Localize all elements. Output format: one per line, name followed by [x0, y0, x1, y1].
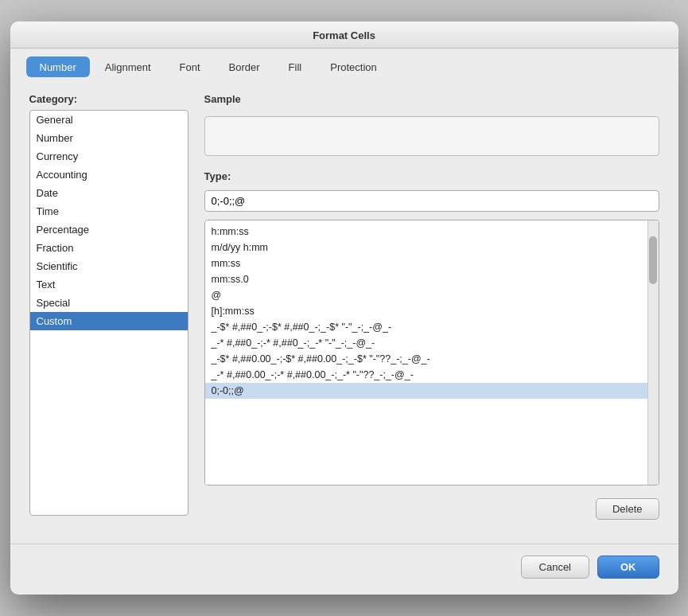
category-item-currency[interactable]: Currency	[30, 147, 188, 166]
type-input[interactable]	[204, 190, 659, 212]
tab-protection[interactable]: Protection	[317, 57, 391, 77]
dialog-content: Category: GeneralNumberCurrencyAccountin…	[10, 77, 678, 536]
format-item-f5[interactable]: @	[205, 287, 647, 303]
category-list[interactable]: GeneralNumberCurrencyAccountingDateTimeP…	[29, 110, 189, 516]
cancel-button[interactable]: Cancel	[521, 556, 589, 579]
format-item-f9[interactable]: _-$* #,##0.00_-;-$* #,##0.00_-;_-$* "-"?…	[205, 351, 647, 367]
category-label: Category:	[29, 93, 189, 105]
scrollbar[interactable]	[647, 220, 659, 485]
category-panel: Category: GeneralNumberCurrencyAccountin…	[29, 93, 189, 520]
ok-button[interactable]: OK	[597, 556, 659, 579]
format-item-f1[interactable]: h:mm:ss	[205, 224, 647, 240]
category-item-special[interactable]: Special	[30, 294, 188, 312]
sample-box	[204, 116, 659, 156]
category-item-date[interactable]: Date	[30, 184, 188, 202]
category-item-custom[interactable]: Custom	[30, 312, 188, 330]
format-item-f2[interactable]: m/d/yy h:mm	[205, 240, 647, 255]
delete-button[interactable]: Delete	[596, 498, 659, 520]
dialog-title: Format Cells	[10, 21, 678, 49]
format-item-f11[interactable]: 0;-0;;@	[205, 383, 647, 399]
format-cells-dialog: Format Cells NumberAlignmentFontBorderFi…	[10, 21, 678, 595]
category-item-text[interactable]: Text	[30, 275, 188, 294]
category-item-scientific[interactable]: Scientific	[30, 257, 188, 275]
category-item-number[interactable]: Number	[30, 129, 188, 147]
category-item-accounting[interactable]: Accounting	[30, 166, 188, 184]
tab-bar: NumberAlignmentFontBorderFillProtection	[10, 49, 678, 77]
tab-border[interactable]: Border	[216, 57, 274, 77]
category-item-fraction[interactable]: Fraction	[30, 239, 188, 257]
main-area: Category: GeneralNumberCurrencyAccountin…	[29, 93, 659, 520]
format-item-f4[interactable]: mm:ss.0	[205, 271, 647, 287]
bottom-buttons: Cancel OK	[10, 544, 678, 595]
format-item-f3[interactable]: mm:ss	[205, 255, 647, 271]
format-item-f10[interactable]: _-* #,##0.00_-;-* #,##0.00_-;_-* "-"??_-…	[205, 367, 647, 383]
scrollbar-thumb[interactable]	[649, 236, 657, 284]
tab-number[interactable]: Number	[26, 57, 90, 77]
sample-label: Sample	[204, 93, 659, 105]
format-item-f8[interactable]: _-* #,##0_-;-* #,##0_-;_-* "-"_-;_-@_-	[205, 335, 647, 351]
tab-alignment[interactable]: Alignment	[91, 57, 165, 77]
format-list-wrapper: h:mm:ssm/d/yy h:mmmm:ssmm:ss.0@[h]:mm:ss…	[204, 220, 659, 485]
category-item-time[interactable]: Time	[30, 202, 188, 220]
format-list[interactable]: h:mm:ssm/d/yy h:mmmm:ssmm:ss.0@[h]:mm:ss…	[205, 220, 647, 485]
format-item-f6[interactable]: [h]:mm:ss	[205, 303, 647, 319]
delete-row: Delete	[204, 498, 659, 520]
right-panel: Sample Type: h:mm:ssm/d/yy h:mmmm:ssmm:s…	[204, 93, 659, 520]
category-item-general[interactable]: General	[30, 111, 188, 129]
type-label: Type:	[204, 170, 659, 182]
category-item-percentage[interactable]: Percentage	[30, 220, 188, 239]
tab-font[interactable]: Font	[166, 57, 214, 77]
tab-fill[interactable]: Fill	[275, 57, 316, 77]
format-item-f7[interactable]: _-$* #,##0_-;-$* #,##0_-;_-$* "-"_-;_-@_…	[205, 319, 647, 335]
